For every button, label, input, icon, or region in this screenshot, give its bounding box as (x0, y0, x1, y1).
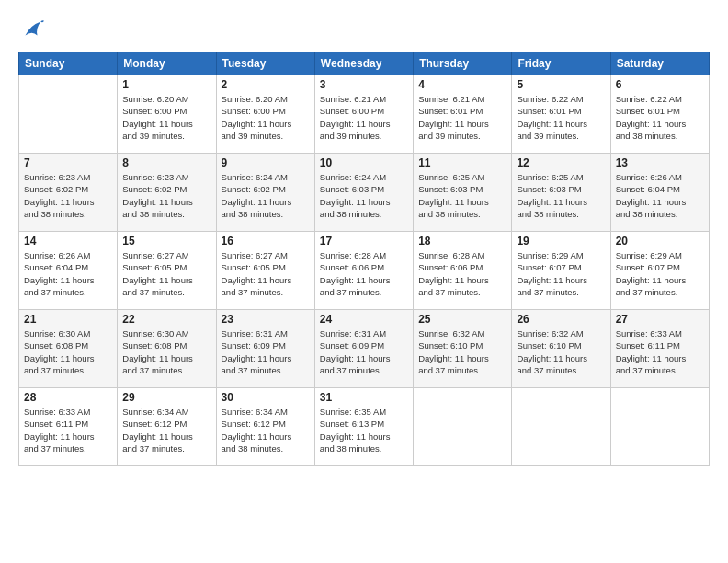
day-number: 12 (517, 156, 605, 169)
calendar-cell: 29Sunrise: 6:34 AMSunset: 6:12 PMDayligh… (118, 388, 216, 466)
calendar-cell: 9Sunrise: 6:24 AMSunset: 6:02 PMDaylight… (216, 154, 314, 232)
calendar-cell: 18Sunrise: 6:28 AMSunset: 6:06 PMDayligh… (414, 232, 512, 310)
day-number: 27 (616, 313, 704, 326)
day-number: 2 (222, 78, 310, 91)
calendar-cell: 24Sunrise: 6:31 AMSunset: 6:09 PMDayligh… (314, 310, 413, 388)
calendar-cell (610, 388, 709, 466)
day-info: Sunrise: 6:34 AMSunset: 6:12 PMDaylight:… (122, 406, 210, 454)
calendar-cell (512, 388, 610, 466)
day-info: Sunrise: 6:30 AMSunset: 6:08 PMDaylight:… (122, 327, 210, 376)
calendar-cell: 5Sunrise: 6:22 AMSunset: 6:01 PMDaylight… (512, 75, 610, 154)
header (18, 17, 710, 42)
day-number: 4 (418, 78, 506, 91)
day-number: 11 (418, 156, 506, 169)
day-info: Sunrise: 6:23 AMSunset: 6:02 PMDaylight:… (122, 171, 210, 220)
day-info: Sunrise: 6:24 AMSunset: 6:02 PMDaylight:… (222, 171, 310, 220)
day-info: Sunrise: 6:28 AMSunset: 6:06 PMDaylight:… (418, 249, 506, 298)
day-number: 28 (24, 391, 112, 404)
calendar-cell: 13Sunrise: 6:26 AMSunset: 6:04 PMDayligh… (610, 154, 709, 232)
day-info: Sunrise: 6:32 AMSunset: 6:10 PMDaylight:… (517, 327, 605, 376)
calendar-body: 1Sunrise: 6:20 AMSunset: 6:00 PMDaylight… (19, 75, 710, 466)
day-info: Sunrise: 6:21 AMSunset: 6:00 PMDaylight:… (320, 93, 408, 142)
day-info: Sunrise: 6:22 AMSunset: 6:01 PMDaylight:… (517, 93, 605, 142)
day-number: 22 (122, 313, 210, 326)
day-number: 23 (222, 313, 310, 326)
day-number: 5 (517, 78, 605, 91)
logo-icon (18, 17, 44, 42)
day-info: Sunrise: 6:26 AMSunset: 6:04 PMDaylight:… (616, 171, 704, 220)
day-number: 21 (24, 313, 112, 326)
calendar-cell: 30Sunrise: 6:34 AMSunset: 6:12 PMDayligh… (216, 388, 314, 466)
calendar-cell: 1Sunrise: 6:20 AMSunset: 6:00 PMDaylight… (118, 75, 216, 154)
day-number: 19 (517, 235, 605, 247)
day-info: Sunrise: 6:33 AMSunset: 6:11 PMDaylight:… (24, 406, 112, 454)
calendar-week-2: 7Sunrise: 6:23 AMSunset: 6:02 PMDaylight… (19, 154, 710, 232)
calendar-cell: 20Sunrise: 6:29 AMSunset: 6:07 PMDayligh… (610, 232, 709, 310)
calendar-cell (19, 75, 118, 154)
day-number: 15 (122, 235, 210, 247)
day-number: 13 (616, 156, 704, 169)
calendar-week-5: 28Sunrise: 6:33 AMSunset: 6:11 PMDayligh… (19, 388, 710, 466)
calendar-header-row: SundayMondayTuesdayWednesdayThursdayFrid… (19, 52, 710, 75)
calendar-cell: 19Sunrise: 6:29 AMSunset: 6:07 PMDayligh… (512, 232, 610, 310)
day-header-friday: Friday (512, 52, 610, 75)
day-number: 10 (320, 156, 408, 169)
page: SundayMondayTuesdayWednesdayThursdayFrid… (0, 0, 728, 563)
day-info: Sunrise: 6:22 AMSunset: 6:01 PMDaylight:… (616, 93, 704, 142)
calendar-table: SundayMondayTuesdayWednesdayThursdayFrid… (18, 52, 710, 466)
calendar-cell: 23Sunrise: 6:31 AMSunset: 6:09 PMDayligh… (216, 310, 314, 388)
day-header-wednesday: Wednesday (314, 52, 413, 75)
day-info: Sunrise: 6:28 AMSunset: 6:06 PMDaylight:… (320, 249, 408, 298)
calendar-cell (414, 388, 512, 466)
calendar-cell: 2Sunrise: 6:20 AMSunset: 6:00 PMDaylight… (216, 75, 314, 154)
day-header-tuesday: Tuesday (216, 52, 314, 75)
day-info: Sunrise: 6:34 AMSunset: 6:12 PMDaylight:… (222, 406, 310, 454)
day-info: Sunrise: 6:30 AMSunset: 6:08 PMDaylight:… (24, 327, 112, 376)
day-info: Sunrise: 6:27 AMSunset: 6:05 PMDaylight:… (122, 249, 210, 298)
day-info: Sunrise: 6:35 AMSunset: 6:13 PMDaylight:… (320, 406, 408, 454)
day-number: 16 (222, 235, 310, 247)
day-number: 3 (320, 78, 408, 91)
calendar-week-4: 21Sunrise: 6:30 AMSunset: 6:08 PMDayligh… (19, 310, 710, 388)
day-info: Sunrise: 6:29 AMSunset: 6:07 PMDaylight:… (616, 249, 704, 298)
calendar-cell: 7Sunrise: 6:23 AMSunset: 6:02 PMDaylight… (19, 154, 118, 232)
calendar-cell: 25Sunrise: 6:32 AMSunset: 6:10 PMDayligh… (414, 310, 512, 388)
day-number: 29 (122, 391, 210, 404)
calendar-cell: 12Sunrise: 6:25 AMSunset: 6:03 PMDayligh… (512, 154, 610, 232)
day-number: 9 (222, 156, 310, 169)
day-number: 31 (320, 391, 408, 404)
day-info: Sunrise: 6:20 AMSunset: 6:00 PMDaylight:… (222, 93, 310, 142)
day-info: Sunrise: 6:25 AMSunset: 6:03 PMDaylight:… (418, 171, 506, 220)
day-info: Sunrise: 6:31 AMSunset: 6:09 PMDaylight:… (222, 327, 310, 376)
calendar-cell: 31Sunrise: 6:35 AMSunset: 6:13 PMDayligh… (314, 388, 413, 466)
day-info: Sunrise: 6:32 AMSunset: 6:10 PMDaylight:… (418, 327, 506, 376)
calendar-cell: 10Sunrise: 6:24 AMSunset: 6:03 PMDayligh… (314, 154, 413, 232)
calendar-cell: 4Sunrise: 6:21 AMSunset: 6:01 PMDaylight… (414, 75, 512, 154)
calendar-cell: 6Sunrise: 6:22 AMSunset: 6:01 PMDaylight… (610, 75, 709, 154)
calendar-cell: 21Sunrise: 6:30 AMSunset: 6:08 PMDayligh… (19, 310, 118, 388)
day-number: 18 (418, 235, 506, 247)
day-number: 26 (517, 313, 605, 326)
calendar-cell: 17Sunrise: 6:28 AMSunset: 6:06 PMDayligh… (314, 232, 413, 310)
day-number: 24 (320, 313, 408, 326)
day-info: Sunrise: 6:20 AMSunset: 6:00 PMDaylight:… (122, 93, 210, 142)
day-info: Sunrise: 6:23 AMSunset: 6:02 PMDaylight:… (24, 171, 112, 220)
day-number: 20 (616, 235, 704, 247)
calendar-week-1: 1Sunrise: 6:20 AMSunset: 6:00 PMDaylight… (19, 75, 710, 154)
day-info: Sunrise: 6:25 AMSunset: 6:03 PMDaylight:… (517, 171, 605, 220)
day-header-saturday: Saturday (610, 52, 709, 75)
day-info: Sunrise: 6:29 AMSunset: 6:07 PMDaylight:… (517, 249, 605, 298)
day-info: Sunrise: 6:24 AMSunset: 6:03 PMDaylight:… (320, 171, 408, 220)
day-header-monday: Monday (118, 52, 216, 75)
calendar-cell: 26Sunrise: 6:32 AMSunset: 6:10 PMDayligh… (512, 310, 610, 388)
calendar-cell: 22Sunrise: 6:30 AMSunset: 6:08 PMDayligh… (118, 310, 216, 388)
day-number: 17 (320, 235, 408, 247)
day-number: 7 (24, 156, 112, 169)
calendar-cell: 8Sunrise: 6:23 AMSunset: 6:02 PMDaylight… (118, 154, 216, 232)
day-info: Sunrise: 6:31 AMSunset: 6:09 PMDaylight:… (320, 327, 408, 376)
calendar-week-3: 14Sunrise: 6:26 AMSunset: 6:04 PMDayligh… (19, 232, 710, 310)
calendar-cell: 28Sunrise: 6:33 AMSunset: 6:11 PMDayligh… (19, 388, 118, 466)
logo (18, 17, 48, 42)
calendar-cell: 15Sunrise: 6:27 AMSunset: 6:05 PMDayligh… (118, 232, 216, 310)
day-header-thursday: Thursday (414, 52, 512, 75)
